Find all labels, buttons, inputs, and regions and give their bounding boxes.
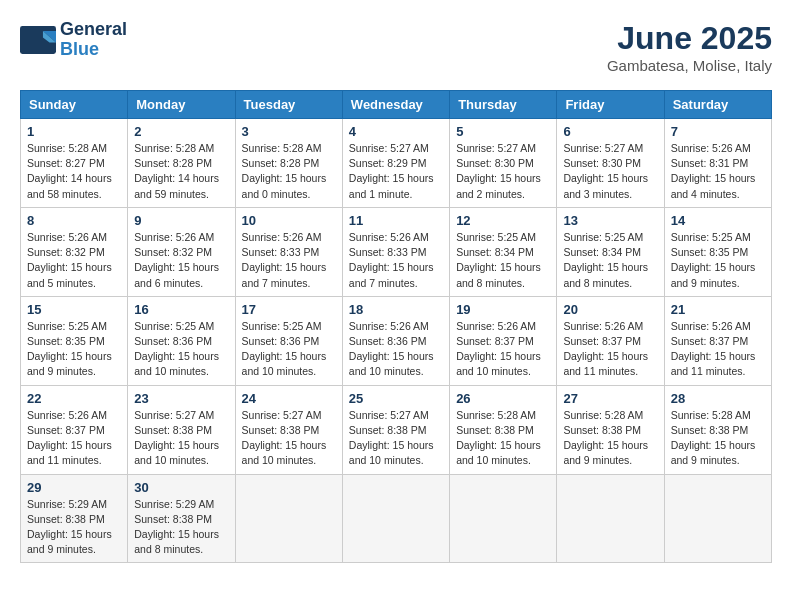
calendar-cell: 25Sunrise: 5:27 AMSunset: 8:38 PMDayligh… xyxy=(342,385,449,474)
calendar-cell: 17Sunrise: 5:25 AMSunset: 8:36 PMDayligh… xyxy=(235,296,342,385)
calendar-cell: 6Sunrise: 5:27 AMSunset: 8:30 PMDaylight… xyxy=(557,119,664,208)
logo-text: GeneralBlue xyxy=(60,20,127,60)
day-number: 18 xyxy=(349,302,443,317)
day-info: Sunrise: 5:25 AMSunset: 8:34 PMDaylight:… xyxy=(456,230,550,291)
day-info: Sunrise: 5:29 AMSunset: 8:38 PMDaylight:… xyxy=(134,497,228,558)
day-number: 22 xyxy=(27,391,121,406)
day-info: Sunrise: 5:26 AMSunset: 8:37 PMDaylight:… xyxy=(671,319,765,380)
calendar-week-row: 15Sunrise: 5:25 AMSunset: 8:35 PMDayligh… xyxy=(21,296,772,385)
day-info: Sunrise: 5:28 AMSunset: 8:28 PMDaylight:… xyxy=(242,141,336,202)
calendar-cell: 22Sunrise: 5:26 AMSunset: 8:37 PMDayligh… xyxy=(21,385,128,474)
day-number: 23 xyxy=(134,391,228,406)
day-number: 8 xyxy=(27,213,121,228)
calendar-cell: 29Sunrise: 5:29 AMSunset: 8:38 PMDayligh… xyxy=(21,474,128,563)
day-number: 29 xyxy=(27,480,121,495)
day-info: Sunrise: 5:25 AMSunset: 8:36 PMDaylight:… xyxy=(134,319,228,380)
day-number: 2 xyxy=(134,124,228,139)
day-number: 27 xyxy=(563,391,657,406)
day-info: Sunrise: 5:26 AMSunset: 8:33 PMDaylight:… xyxy=(242,230,336,291)
day-info: Sunrise: 5:28 AMSunset: 8:27 PMDaylight:… xyxy=(27,141,121,202)
calendar-cell: 19Sunrise: 5:26 AMSunset: 8:37 PMDayligh… xyxy=(450,296,557,385)
day-info: Sunrise: 5:26 AMSunset: 8:31 PMDaylight:… xyxy=(671,141,765,202)
calendar-cell: 3Sunrise: 5:28 AMSunset: 8:28 PMDaylight… xyxy=(235,119,342,208)
calendar-cell: 8Sunrise: 5:26 AMSunset: 8:32 PMDaylight… xyxy=(21,207,128,296)
calendar-cell: 5Sunrise: 5:27 AMSunset: 8:30 PMDaylight… xyxy=(450,119,557,208)
day-number: 5 xyxy=(456,124,550,139)
day-number: 17 xyxy=(242,302,336,317)
calendar-cell xyxy=(342,474,449,563)
day-info: Sunrise: 5:25 AMSunset: 8:34 PMDaylight:… xyxy=(563,230,657,291)
calendar-cell: 1Sunrise: 5:28 AMSunset: 8:27 PMDaylight… xyxy=(21,119,128,208)
day-number: 16 xyxy=(134,302,228,317)
day-number: 9 xyxy=(134,213,228,228)
day-info: Sunrise: 5:27 AMSunset: 8:38 PMDaylight:… xyxy=(349,408,443,469)
month-title: June 2025 xyxy=(607,20,772,57)
calendar-cell: 7Sunrise: 5:26 AMSunset: 8:31 PMDaylight… xyxy=(664,119,771,208)
calendar-cell: 13Sunrise: 5:25 AMSunset: 8:34 PMDayligh… xyxy=(557,207,664,296)
day-number: 12 xyxy=(456,213,550,228)
day-info: Sunrise: 5:27 AMSunset: 8:30 PMDaylight:… xyxy=(456,141,550,202)
day-info: Sunrise: 5:27 AMSunset: 8:38 PMDaylight:… xyxy=(242,408,336,469)
day-number: 30 xyxy=(134,480,228,495)
day-number: 4 xyxy=(349,124,443,139)
day-info: Sunrise: 5:28 AMSunset: 8:28 PMDaylight:… xyxy=(134,141,228,202)
calendar-week-row: 1Sunrise: 5:28 AMSunset: 8:27 PMDaylight… xyxy=(21,119,772,208)
calendar-cell: 24Sunrise: 5:27 AMSunset: 8:38 PMDayligh… xyxy=(235,385,342,474)
day-info: Sunrise: 5:27 AMSunset: 8:29 PMDaylight:… xyxy=(349,141,443,202)
col-header-sunday: Sunday xyxy=(21,91,128,119)
calendar-week-row: 22Sunrise: 5:26 AMSunset: 8:37 PMDayligh… xyxy=(21,385,772,474)
col-header-tuesday: Tuesday xyxy=(235,91,342,119)
calendar-cell: 26Sunrise: 5:28 AMSunset: 8:38 PMDayligh… xyxy=(450,385,557,474)
calendar-cell: 30Sunrise: 5:29 AMSunset: 8:38 PMDayligh… xyxy=(128,474,235,563)
day-info: Sunrise: 5:29 AMSunset: 8:38 PMDaylight:… xyxy=(27,497,121,558)
day-number: 10 xyxy=(242,213,336,228)
calendar-cell: 11Sunrise: 5:26 AMSunset: 8:33 PMDayligh… xyxy=(342,207,449,296)
calendar-cell: 21Sunrise: 5:26 AMSunset: 8:37 PMDayligh… xyxy=(664,296,771,385)
day-info: Sunrise: 5:25 AMSunset: 8:35 PMDaylight:… xyxy=(27,319,121,380)
day-info: Sunrise: 5:26 AMSunset: 8:32 PMDaylight:… xyxy=(27,230,121,291)
day-number: 6 xyxy=(563,124,657,139)
day-info: Sunrise: 5:28 AMSunset: 8:38 PMDaylight:… xyxy=(456,408,550,469)
col-header-saturday: Saturday xyxy=(664,91,771,119)
calendar-cell: 2Sunrise: 5:28 AMSunset: 8:28 PMDaylight… xyxy=(128,119,235,208)
calendar-cell: 18Sunrise: 5:26 AMSunset: 8:36 PMDayligh… xyxy=(342,296,449,385)
calendar-cell: 10Sunrise: 5:26 AMSunset: 8:33 PMDayligh… xyxy=(235,207,342,296)
day-info: Sunrise: 5:26 AMSunset: 8:32 PMDaylight:… xyxy=(134,230,228,291)
day-info: Sunrise: 5:26 AMSunset: 8:33 PMDaylight:… xyxy=(349,230,443,291)
day-number: 25 xyxy=(349,391,443,406)
calendar-header-row: SundayMondayTuesdayWednesdayThursdayFrid… xyxy=(21,91,772,119)
day-number: 13 xyxy=(563,213,657,228)
calendar-cell: 9Sunrise: 5:26 AMSunset: 8:32 PMDaylight… xyxy=(128,207,235,296)
col-header-friday: Friday xyxy=(557,91,664,119)
calendar-cell: 20Sunrise: 5:26 AMSunset: 8:37 PMDayligh… xyxy=(557,296,664,385)
col-header-wednesday: Wednesday xyxy=(342,91,449,119)
day-number: 21 xyxy=(671,302,765,317)
day-number: 3 xyxy=(242,124,336,139)
calendar-cell: 23Sunrise: 5:27 AMSunset: 8:38 PMDayligh… xyxy=(128,385,235,474)
day-number: 14 xyxy=(671,213,765,228)
calendar-cell xyxy=(235,474,342,563)
day-info: Sunrise: 5:26 AMSunset: 8:37 PMDaylight:… xyxy=(27,408,121,469)
calendar-cell: 12Sunrise: 5:25 AMSunset: 8:34 PMDayligh… xyxy=(450,207,557,296)
day-number: 19 xyxy=(456,302,550,317)
day-info: Sunrise: 5:25 AMSunset: 8:36 PMDaylight:… xyxy=(242,319,336,380)
logo: GeneralBlue xyxy=(20,20,127,60)
calendar-cell xyxy=(450,474,557,563)
col-header-thursday: Thursday xyxy=(450,91,557,119)
day-info: Sunrise: 5:27 AMSunset: 8:38 PMDaylight:… xyxy=(134,408,228,469)
day-number: 26 xyxy=(456,391,550,406)
calendar-cell xyxy=(664,474,771,563)
calendar-cell: 15Sunrise: 5:25 AMSunset: 8:35 PMDayligh… xyxy=(21,296,128,385)
location: Gambatesa, Molise, Italy xyxy=(607,57,772,74)
col-header-monday: Monday xyxy=(128,91,235,119)
logo-icon xyxy=(20,26,56,54)
day-info: Sunrise: 5:27 AMSunset: 8:30 PMDaylight:… xyxy=(563,141,657,202)
day-number: 24 xyxy=(242,391,336,406)
calendar-week-row: 8Sunrise: 5:26 AMSunset: 8:32 PMDaylight… xyxy=(21,207,772,296)
calendar-cell xyxy=(557,474,664,563)
day-info: Sunrise: 5:26 AMSunset: 8:36 PMDaylight:… xyxy=(349,319,443,380)
calendar-cell: 27Sunrise: 5:28 AMSunset: 8:38 PMDayligh… xyxy=(557,385,664,474)
calendar-cell: 4Sunrise: 5:27 AMSunset: 8:29 PMDaylight… xyxy=(342,119,449,208)
calendar-table: SundayMondayTuesdayWednesdayThursdayFrid… xyxy=(20,90,772,563)
day-info: Sunrise: 5:25 AMSunset: 8:35 PMDaylight:… xyxy=(671,230,765,291)
